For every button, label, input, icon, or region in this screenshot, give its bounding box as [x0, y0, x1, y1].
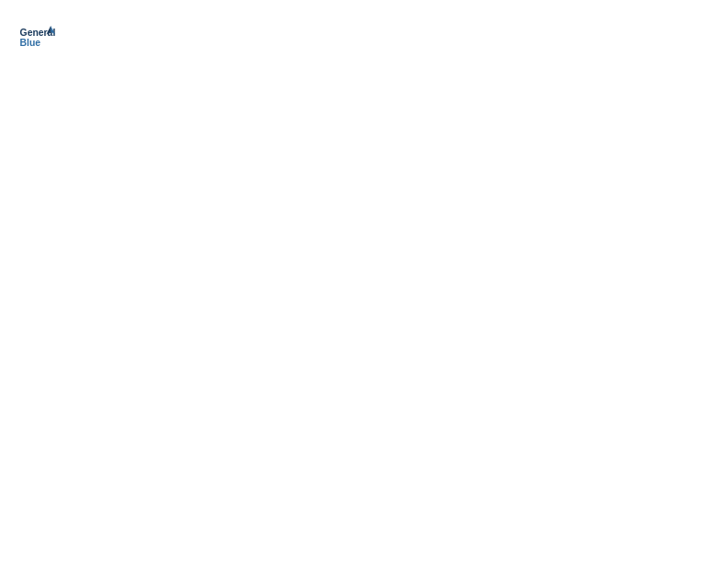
logo-icon: General Blue [18, 18, 55, 55]
logo: General Blue [18, 18, 59, 55]
page-header: General Blue [18, 18, 710, 55]
svg-text:Blue: Blue [20, 38, 41, 48]
